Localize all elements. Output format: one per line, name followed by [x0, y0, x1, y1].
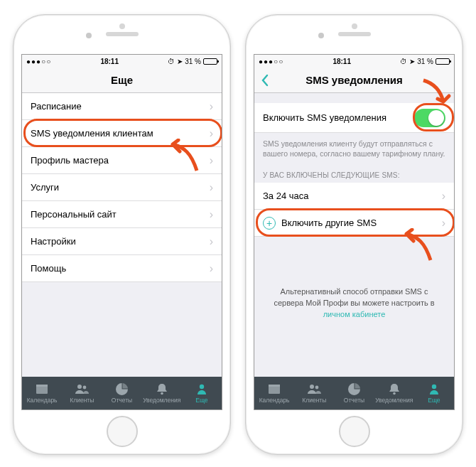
tab-notifications[interactable]: Уведомления — [374, 377, 414, 409]
status-bar: ●●●○○ 18:11 ⏱ ➤ 31 % — [22, 55, 222, 68]
svg-point-5 — [200, 384, 204, 388]
status-bar: ●●●○○ 18:11 ⏱ ➤ 31 % — [254, 55, 454, 68]
tab-label: Отчеты — [344, 397, 364, 404]
menu-item-label: Персональный сайт — [31, 209, 210, 220]
chevron-right-icon: › — [210, 235, 213, 248]
calendar-icon — [267, 382, 281, 395]
people-icon — [307, 382, 321, 395]
plus-circle-icon: + — [263, 217, 276, 230]
pie-chart-icon — [115, 382, 129, 395]
svg-point-3 — [83, 386, 87, 390]
signal-dots: ●●●○○ — [259, 58, 283, 65]
row-enable-sms[interactable]: Включить SMS уведомления — [254, 103, 454, 133]
svg-point-8 — [310, 385, 314, 389]
nav-bar: Еще — [22, 68, 222, 93]
device-speaker — [338, 32, 371, 36]
alarm-icon: ⏱ — [168, 58, 175, 65]
bell-icon — [155, 382, 169, 395]
tab-bar: Календарь Клиенты Отчеты Уведомления Еще — [22, 377, 222, 409]
svg-point-9 — [315, 386, 319, 390]
menu-item-help[interactable]: Помощь › — [22, 255, 222, 282]
tab-label: Еще — [195, 397, 207, 404]
chevron-right-icon: › — [210, 154, 213, 167]
tab-notifications[interactable]: Уведомления — [142, 377, 182, 409]
svg-rect-7 — [269, 385, 280, 387]
menu-item-label: Расписание — [31, 101, 210, 112]
nav-title: Еще — [111, 74, 133, 86]
menu-item-schedule[interactable]: Расписание › — [22, 93, 222, 120]
tab-calendar[interactable]: Календарь — [254, 377, 294, 409]
calendar-icon — [35, 382, 49, 395]
tab-label: Уведомления — [375, 397, 413, 404]
menu-item-label: Профиль мастера — [31, 155, 210, 166]
row-label: За 24 часа — [263, 190, 442, 201]
screen-left: ●●●○○ 18:11 ⏱ ➤ 31 % Еще Расписание › SM… — [21, 54, 222, 410]
row-enabled-sms-item[interactable]: За 24 часа › — [254, 183, 454, 210]
content-left: Расписание › SMS уведомления клиентам › … — [22, 93, 222, 377]
menu-item-label: SMS уведомления клиентам — [31, 128, 210, 139]
back-button[interactable] — [260, 68, 270, 92]
tab-label: Календарь — [259, 397, 290, 404]
menu-item-label: Помощь — [31, 263, 210, 274]
chevron-right-icon: › — [210, 181, 213, 194]
tab-bar: Календарь Клиенты Отчеты Уведомления Еще — [254, 377, 454, 409]
tab-label: Клиенты — [70, 397, 94, 404]
home-button[interactable] — [107, 416, 138, 447]
tab-label: Еще — [428, 397, 440, 404]
location-icon: ➤ — [409, 58, 415, 65]
device-camera — [318, 33, 324, 38]
chevron-right-icon: › — [210, 127, 213, 140]
phone-left: ●●●○○ 18:11 ⏱ ➤ 31 % Еще Расписание › SM… — [13, 14, 231, 455]
tab-label: Отчеты — [112, 397, 132, 404]
menu-item-personal-site[interactable]: Персональный сайт › — [22, 201, 222, 228]
battery-icon — [436, 58, 450, 65]
tab-clients[interactable]: Клиенты — [294, 377, 334, 409]
chevron-right-icon: › — [210, 100, 213, 113]
svg-point-2 — [77, 385, 82, 389]
device-camera — [86, 33, 92, 38]
screen-right: ●●●○○ 18:11 ⏱ ➤ 31 % SMS уведомления Вкл… — [254, 54, 455, 410]
battery-pct: 31 % — [185, 58, 201, 65]
link-personal-cabinet[interactable]: личном кабинете — [323, 310, 386, 318]
row-label: Включить SMS уведомления — [263, 112, 414, 123]
svg-point-4 — [161, 392, 163, 394]
svg-rect-1 — [36, 385, 48, 387]
tab-label: Календарь — [27, 397, 58, 404]
status-time: 18:11 — [283, 58, 400, 65]
tab-label: Уведомления — [143, 397, 180, 404]
tab-clients[interactable]: Клиенты — [62, 377, 102, 409]
tab-reports[interactable]: Отчеты — [334, 377, 374, 409]
svg-point-11 — [432, 384, 436, 388]
phone-right: ●●●○○ 18:11 ⏱ ➤ 31 % SMS уведомления Вкл… — [245, 14, 463, 455]
signal-dots: ●●●○○ — [26, 58, 51, 65]
alt-text-pre: Альтернативный способ отправки SMS с сер… — [274, 287, 434, 307]
row-label: Включить другие SMS — [281, 218, 442, 228]
alt-text: Альтернативный способ отправки SMS с сер… — [254, 286, 454, 321]
menu-item-services[interactable]: Услуги › — [22, 174, 222, 201]
home-button[interactable] — [339, 416, 370, 447]
menu-item-profile[interactable]: Профиль мастера › — [22, 147, 222, 174]
menu-item-settings[interactable]: Настройки › — [22, 228, 222, 255]
more-menu-list: Расписание › SMS уведомления клиентам › … — [22, 93, 222, 282]
chevron-right-icon: › — [210, 208, 213, 221]
toggle-enable-sms[interactable] — [414, 109, 445, 127]
svg-point-10 — [393, 392, 396, 394]
content-right: Включить SMS уведомления SMS уведомления… — [254, 93, 454, 377]
status-time: 18:11 — [51, 58, 168, 65]
tab-calendar[interactable]: Календарь — [22, 377, 62, 409]
pie-chart-icon — [347, 382, 362, 395]
row-add-other-sms[interactable]: + Включить другие SMS › — [254, 210, 454, 237]
battery-pct: 31 % — [417, 58, 433, 65]
chevron-left-icon — [260, 74, 270, 87]
tab-more[interactable]: Еще — [182, 377, 222, 409]
device-sensor — [119, 23, 125, 29]
tab-reports[interactable]: Отчеты — [102, 377, 141, 409]
tab-more[interactable]: Еще — [414, 377, 454, 409]
location-icon: ➤ — [177, 58, 183, 65]
nav-bar: SMS уведомления — [254, 68, 454, 93]
device-sensor — [352, 23, 357, 29]
bell-icon — [387, 382, 401, 395]
battery-icon — [203, 58, 217, 65]
menu-item-label: Настройки — [31, 236, 210, 247]
menu-item-sms-notifications[interactable]: SMS уведомления клиентам › — [22, 120, 222, 147]
